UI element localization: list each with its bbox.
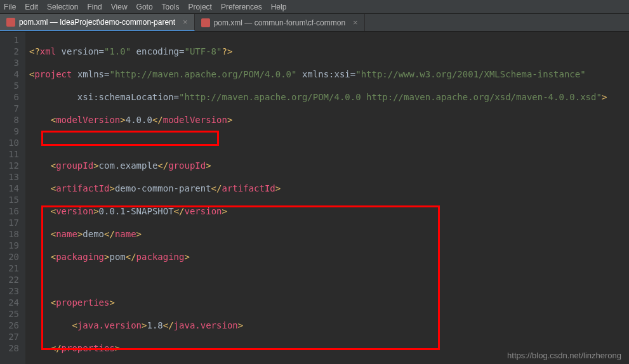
menu-project[interactable]: Project (189, 3, 212, 11)
file-icon (201, 18, 210, 27)
menu-file[interactable]: File (4, 3, 16, 11)
editor: 1234567891011121314151617181920212223242… (0, 32, 629, 364)
tag-version: version (56, 206, 93, 216)
tab-label: pom.xml — commun-forum\cf-common (214, 18, 345, 27)
tab-pom-cf-common[interactable]: pom.xml — commun-forum\cf-common × (195, 14, 365, 31)
tag-artifactid: artifactId (56, 183, 109, 193)
tag-properties: properties (56, 297, 109, 308)
tab-bar: pom.xml — IdeaProject\demo-common-parent… (0, 14, 629, 32)
menu-find[interactable]: Find (87, 3, 102, 11)
tag-name: name (56, 229, 77, 239)
tab-label: pom.xml — IdeaProject\demo-common-parent (19, 18, 175, 27)
close-icon[interactable]: × (353, 18, 358, 27)
close-icon[interactable]: × (183, 17, 188, 27)
line-number-gutter: 1234567891011121314151617181920212223242… (0, 32, 25, 364)
tag-groupid: groupId (56, 160, 93, 171)
file-icon (6, 18, 15, 27)
tag-modelversion: modelVersion (56, 115, 120, 125)
tab-pom-demo-common-parent[interactable]: pom.xml — IdeaProject\demo-common-parent… (0, 14, 195, 31)
menu-edit[interactable]: Edit (25, 3, 38, 11)
tag-project: project (34, 69, 72, 79)
code-area[interactable]: <?xml version="1.0" encoding="UTF-8"?> <… (25, 32, 629, 364)
menu-tools[interactable]: Tools (162, 3, 180, 11)
tag-packaging: packaging (56, 252, 104, 262)
menu-help[interactable]: Help (271, 3, 287, 11)
menu-goto[interactable]: Goto (136, 3, 153, 11)
menu-view[interactable]: View (111, 3, 128, 11)
watermark: https://blog.csdn.net/linzherong (507, 351, 621, 360)
menu-preferences[interactable]: Preferences (221, 3, 262, 11)
tag-java-version: java.version (77, 320, 142, 330)
xml-prolog-open: <? (29, 46, 40, 56)
menubar: File Edit Selection Find View Goto Tools… (0, 0, 629, 14)
menu-selection[interactable]: Selection (47, 3, 78, 11)
